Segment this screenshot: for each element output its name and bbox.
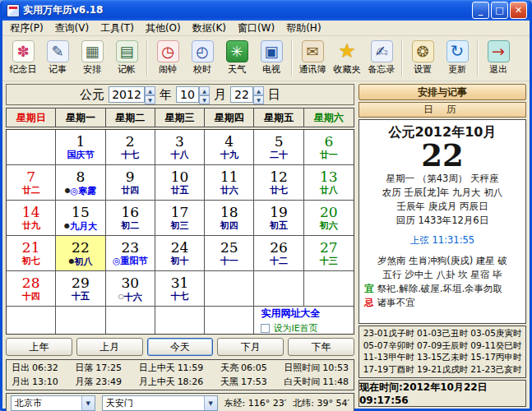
- astro-row-1: 月出13:10月落23:49月上中天18:26天黑17:53白天时间11:48: [12, 376, 349, 388]
- calendar-cell-3[interactable]: 3十八: [155, 130, 205, 165]
- calendar-cell-empty: [56, 307, 105, 334]
- site-link[interactable]: 实用网址大全: [261, 307, 320, 321]
- spot-select[interactable]: 天安门 ▼: [102, 395, 218, 411]
- calendar-cell-16[interactable]: 16初二: [106, 201, 155, 236]
- calendar-cell-20[interactable]: 20初六: [304, 201, 354, 236]
- menu-item-4[interactable]: 数据(K): [187, 21, 232, 36]
- calendar-cell-17[interactable]: 17初三: [155, 201, 205, 236]
- day-number: 2: [126, 134, 135, 150]
- year-input[interactable]: [109, 86, 145, 103]
- alarm-clock-icon: ◷: [157, 40, 179, 62]
- calendar-cell-18[interactable]: 18初四: [205, 201, 254, 236]
- minimize-button[interactable]: _: [472, 2, 489, 19]
- day-number: 6: [324, 134, 333, 150]
- year-spinner[interactable]: ▲▼: [145, 86, 155, 103]
- toolbar: ✽纪念日✎记事▦安排▤记帐◷闹钟◴校时✳天气▣电视✉通讯簿★收藏夹✍备忘录❂设置…: [2, 36, 530, 81]
- weekday-3: 星期三: [155, 109, 205, 127]
- tv-button[interactable]: ▣电视: [254, 39, 289, 77]
- calendar-cell-21[interactable]: 21初七: [7, 236, 56, 271]
- prev-month-button[interactable]: 上月: [76, 338, 143, 356]
- settings-label: 设置: [414, 63, 432, 76]
- month-input[interactable]: [176, 86, 199, 103]
- calendar-cell-7[interactable]: 7廿二: [7, 165, 56, 201]
- calendar-cell-25[interactable]: 25十一: [205, 236, 254, 271]
- calendar-cell-31[interactable]: 31十七: [155, 271, 205, 307]
- accounting-button[interactable]: ▤记帐: [109, 39, 144, 77]
- year-up-icon[interactable]: ▲: [145, 86, 155, 95]
- calendar-cell-9[interactable]: 9廿四: [106, 165, 155, 201]
- shichen-6: 11-13甲午时: [362, 352, 415, 363]
- next-month-button[interactable]: 下月: [217, 338, 284, 356]
- day-number: 21: [22, 240, 40, 256]
- time-sync-button[interactable]: ◴校时: [185, 39, 220, 77]
- calendar-cell-13[interactable]: 13廿八: [304, 165, 354, 201]
- calendar-cell-4[interactable]: 4十九: [205, 130, 254, 165]
- address-book-button[interactable]: ✉通讯簿: [295, 39, 330, 77]
- notes-button[interactable]: ✎记事: [40, 39, 75, 77]
- weekday-0: 星期日: [7, 109, 56, 127]
- month-spinner[interactable]: ▲▼: [199, 86, 210, 103]
- calendar-cell-12[interactable]: 12廿七: [254, 165, 303, 201]
- calendar-cell-11[interactable]: 11廿六: [205, 165, 254, 201]
- menu-item-3[interactable]: 其他(O): [140, 21, 187, 36]
- calendar-cell-14[interactable]: 14廿九: [7, 201, 56, 236]
- day-spinner[interactable]: ▲▼: [253, 86, 264, 103]
- schedule-button[interactable]: ▦安排: [75, 39, 109, 77]
- weather-button[interactable]: ✳天气: [220, 39, 254, 77]
- menu-item-6[interactable]: 帮助(H): [280, 21, 326, 36]
- shichen-table: 23-01戊子时01-03己丑时03-05庚寅时05-07辛卯时07-09壬辰时…: [359, 326, 526, 378]
- calendar-cell-23[interactable]: 23◎重阳节: [106, 236, 155, 271]
- calendar-nav: 上年上月今天下月下年: [6, 338, 354, 356]
- calendar-cell-1[interactable]: 1国庆节: [56, 130, 105, 165]
- calendar-cell-30[interactable]: 30○十六: [106, 271, 155, 307]
- calendar-cell-27[interactable]: 27十三: [304, 236, 354, 271]
- month-down-icon[interactable]: ▼: [199, 95, 210, 104]
- update-button[interactable]: ↻更新: [440, 39, 474, 77]
- today-button[interactable]: 今天: [147, 338, 214, 356]
- calendar-cell-24[interactable]: 24初十: [155, 236, 205, 271]
- day-up-icon[interactable]: ▲: [253, 86, 264, 95]
- tab-calendar[interactable]: 日 历: [359, 102, 526, 118]
- day-lunar-label: 十九: [220, 150, 238, 160]
- calendar-cell-28[interactable]: 28十四: [7, 271, 56, 307]
- city-select[interactable]: 北京市 ▼: [11, 395, 95, 411]
- month-up-icon[interactable]: ▲: [199, 86, 210, 95]
- day-lunar-label: 初十: [170, 256, 188, 266]
- set-ie-homepage[interactable]: 设为IE首页: [261, 322, 317, 335]
- app-icon: [7, 4, 20, 17]
- menu-item-2[interactable]: 工具(T): [95, 21, 140, 36]
- calendar-cell-29[interactable]: 29十五: [56, 271, 105, 307]
- menu-item-0[interactable]: 程序(P): [4, 21, 49, 36]
- chevron-down-icon[interactable]: ▼: [81, 396, 95, 410]
- next-year-button[interactable]: 下年: [288, 338, 354, 356]
- alarm-clock-button[interactable]: ◷闹钟: [150, 39, 185, 77]
- calendar-cell-5[interactable]: 5二十: [254, 130, 303, 165]
- weather-label: 天气: [228, 63, 246, 76]
- year-down-icon[interactable]: ▼: [145, 95, 155, 104]
- settings-button[interactable]: ❂设置: [405, 39, 440, 77]
- detail-shensha-line: 岁煞南 生肖冲狗(庚戌) 建星 破: [377, 254, 507, 268]
- checkbox-icon[interactable]: [261, 324, 270, 333]
- calendar-cell-19[interactable]: 19初五: [254, 201, 303, 236]
- calendar-cell-8[interactable]: 8●◎寒露: [56, 165, 105, 201]
- schedule-notes-header[interactable]: 安排与记事: [359, 84, 526, 100]
- anniversary-button[interactable]: ✽纪念日: [6, 39, 40, 77]
- calendar-cell-2[interactable]: 2十七: [106, 130, 155, 165]
- favorites-button[interactable]: ★收藏夹: [330, 39, 364, 77]
- exit-button[interactable]: →退出: [481, 39, 516, 77]
- close-button[interactable]: ✕: [510, 2, 527, 19]
- calendar-cell-10[interactable]: 10廿五: [155, 165, 205, 201]
- memo-button[interactable]: ✍备忘录: [364, 39, 399, 77]
- day-down-icon[interactable]: ▼: [253, 95, 264, 104]
- chevron-down-icon[interactable]: ▼: [204, 396, 217, 410]
- calendar-cell-22[interactable]: 22●初八: [56, 236, 105, 271]
- calendar-cell-15[interactable]: 15●九月大: [56, 201, 105, 236]
- tv-label: 电视: [262, 63, 280, 76]
- day-input[interactable]: [230, 86, 253, 103]
- calendar-cell-26[interactable]: 26十二: [254, 236, 303, 271]
- menu-item-1[interactable]: 查询(V): [49, 21, 95, 36]
- maximize-button[interactable]: □: [491, 2, 508, 19]
- menu-item-5[interactable]: 窗口(W): [232, 21, 280, 36]
- prev-year-button[interactable]: 上年: [6, 338, 72, 356]
- calendar-cell-6[interactable]: 6廿一: [304, 130, 354, 165]
